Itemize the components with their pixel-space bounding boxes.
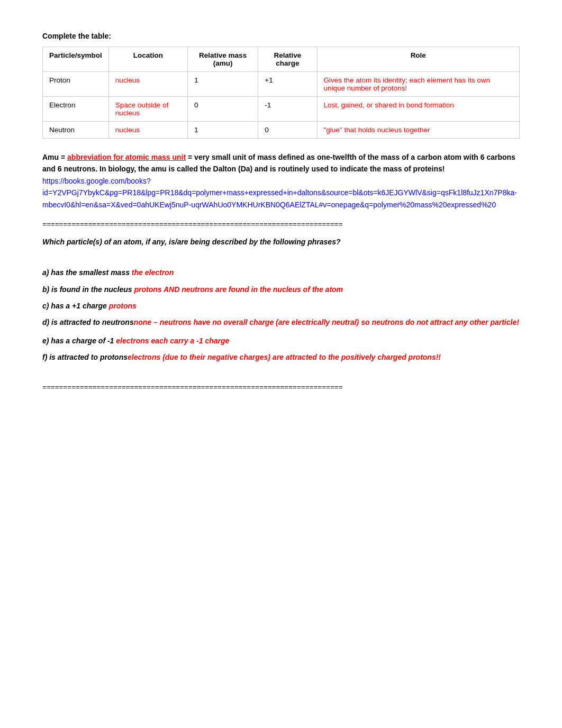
question-item-d: d) is attracted to neutronsnone – neutro… [42,316,520,329]
table-row: Neutron nucleus 1 0 "glue" that holds nu… [43,122,520,139]
question-intro: Which particle(s) of an atom, if any, is… [42,235,520,249]
particle-charge: +1 [258,72,317,97]
col-header-particle: Particle/symbol [43,47,109,72]
complete-table-label: Complete the table: [42,32,520,40]
questions-section: Which particle(s) of an atom, if any, is… [42,235,520,365]
divider-1: ========================================… [42,220,520,228]
particle-name: Proton [43,72,109,97]
q-answer-e: electrons each carry a -1 charge [114,336,229,345]
question-item-a: a) has the smallest mass the electron [42,266,520,279]
particle-location: nucleus [108,72,187,97]
question-item-e: e) has a charge of -1 electrons each car… [42,334,520,348]
particle-name: Neutron [43,122,109,139]
particle-location: nucleus [108,122,187,139]
particle-charge: 0 [258,122,317,139]
q-answer-a: the electron [130,268,174,277]
q-text-b: b) is found in the nucleus [42,285,132,294]
q-text-a: a) has the smallest mass [42,268,130,277]
particle-role: Gives the atom its identity; each elemen… [317,72,519,97]
q-text-e: e) has a charge of -1 [42,336,114,345]
question-item-c: c) has a +1 charge protons [42,299,520,313]
amu-section: Amu = abbreviation for atomic mass unit … [42,151,520,211]
q-answer-c: protons [107,302,137,310]
divider-2: ========================================… [42,383,520,391]
col-header-role: Role [317,47,519,72]
particles-table: Particle/symbol Location Relative mass (… [42,47,520,139]
particle-mass: 1 [187,122,258,139]
particle-role: "glue" that holds nucleus together [317,122,519,139]
q-answer-f: electrons (due to their negative charges… [128,353,441,361]
q-text-d: d) is attracted to neutrons [42,318,134,326]
amu-underline: abbreviation for atomic mass unit [67,153,186,161]
q-answer-b: protons AND neutrons are found in the nu… [132,285,343,294]
table-row: Proton nucleus 1 +1 Gives the atom its i… [43,72,520,97]
amu-link[interactable]: https://books.google.com/books?id=Y2VPGj… [42,177,517,209]
table-row: Electron Space outside of nucleus 0 -1 L… [43,97,520,122]
q-answer-d: none – neutrons have no overall charge (… [134,318,519,326]
particle-mass: 0 [187,97,258,122]
particle-location: Space outside of nucleus [108,97,187,122]
col-header-location: Location [108,47,187,72]
particle-mass: 1 [187,72,258,97]
particle-role: Lost, gained, or shared in bond formatio… [317,97,519,122]
particle-charge: -1 [258,97,317,122]
q-text-c: c) has a +1 charge [42,302,107,310]
col-header-mass: Relative mass (amu) [187,47,258,72]
q-text-f: f) is attracted to protons [42,353,128,361]
question-item-b: b) is found in the nucleus protons AND n… [42,283,520,296]
amu-label: Amu = abbreviation for atomic mass unit … [42,153,517,209]
particle-name: Electron [43,97,109,122]
col-header-charge: Relative charge [258,47,317,72]
question-item-f: f) is attracted to protonselectrons (due… [42,351,520,364]
